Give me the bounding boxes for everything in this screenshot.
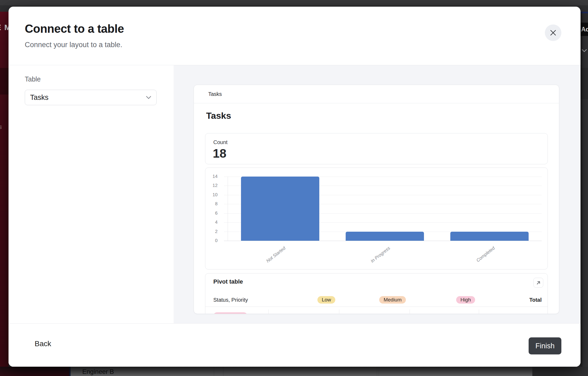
close-icon: [549, 29, 557, 36]
chart-gridline: [224, 241, 542, 241]
count-widget: Count 18: [205, 133, 548, 164]
pivot-header-cell: Low: [268, 296, 339, 304]
sidebar-selected-row: [0, 68, 9, 95]
bar-chart-widget: 14121086420Not StartedIn ProgressComplet…: [205, 167, 548, 269]
table-select-value: Tasks: [30, 93, 48, 102]
dialog-footer: Back Finish: [9, 323, 581, 367]
y-axis-tick-label: 0: [205, 238, 218, 243]
finish-button[interactable]: Finish: [529, 337, 561, 354]
count-label: Count: [213, 139, 227, 145]
y-axis-tick-label: 2: [205, 229, 218, 234]
y-axis-line: [228, 177, 228, 241]
dialog-subtitle: Connect your layout to a table.: [25, 41, 122, 49]
pivot-value-cell: 7: [339, 309, 410, 314]
pivot-header-cell: Medium: [339, 296, 410, 304]
modal-shadow: [0, 367, 532, 376]
background-right-panel: Ad: [581, 12, 588, 376]
background-bottom-row: Engineer B: [0, 367, 588, 376]
settings-panel: Table Tasks: [9, 65, 174, 323]
background-title-fragment: E M: [0, 23, 9, 32]
y-axis-tick-label: 6: [205, 211, 218, 216]
y-axis-tick-label: 8: [205, 202, 218, 206]
chart-bar-completed: [450, 232, 529, 241]
count-value: 18: [213, 146, 226, 161]
connect-to-table-dialog: Connect to a table Connect your layout t…: [9, 7, 581, 367]
background-text-fragment: s: [0, 124, 2, 130]
pivot-table-widget: Pivot table Status, PriorityLowMediumHig…: [205, 273, 548, 314]
back-button[interactable]: Back: [32, 337, 54, 351]
table-select[interactable]: Tasks: [25, 90, 157, 105]
status-badge: Not Started: [213, 312, 247, 314]
pivot-row-header-label: Status, Priority: [213, 297, 248, 303]
pivot-header-row: Status, PriorityLowMediumHighTotal: [205, 293, 548, 306]
screen: E M s Ad Engineer B Connect to a table C…: [0, 0, 588, 376]
pivot-header-cell: High: [410, 296, 479, 304]
pivot-value-cell: 3: [410, 309, 479, 314]
pivot-data-row: Not Started47314: [205, 306, 548, 314]
status-badge: Medium: [379, 296, 406, 304]
browser-top-bar: [0, 0, 588, 5]
dialog-title: Connect to a table: [25, 22, 124, 35]
y-axis-tick-label: 12: [205, 183, 218, 188]
background-left-sidebar: E M s: [0, 12, 9, 376]
y-axis-tick-label: 10: [205, 193, 218, 197]
status-badge: Low: [317, 296, 335, 304]
chart-bar-not-started: [241, 177, 319, 241]
arrow-up-right-icon: [536, 280, 541, 285]
table-field-label: Table: [25, 75, 41, 83]
x-axis-label: Completed: [455, 246, 496, 269]
pivot-value-cell: 4: [268, 309, 339, 314]
y-axis-tick-label: 14: [205, 174, 218, 179]
layout-preview-card: Tasks Tasks Count 18 14121086420Not Star…: [194, 85, 559, 314]
close-button[interactable]: [545, 24, 561, 41]
preview-window-header: Tasks: [194, 85, 559, 103]
expand-button[interactable]: [533, 278, 543, 288]
pivot-total-cell: 14: [479, 309, 548, 314]
preview-window-title: Tasks: [208, 91, 222, 97]
y-axis-tick-label: 4: [205, 220, 218, 225]
status-badge: High: [456, 296, 475, 304]
pivot-row-label-cell: Not Started: [205, 309, 268, 314]
pivot-table: Status, PriorityLowMediumHighTotalNot St…: [205, 293, 548, 314]
pivot-header-cell: Status, Priority: [205, 297, 268, 303]
chevron-down-icon: [146, 96, 152, 99]
chart-bar-in-progress: [346, 232, 424, 241]
pivot-total-header: Total: [479, 297, 548, 303]
x-axis-label: In Progress: [350, 246, 391, 269]
preview-heading: Tasks: [206, 111, 231, 121]
pivot-table-title: Pivot table: [213, 278, 243, 285]
x-axis-label: Not Started: [246, 246, 287, 269]
preview-panel: Tasks Tasks Count 18 14121086420Not Star…: [174, 65, 581, 323]
